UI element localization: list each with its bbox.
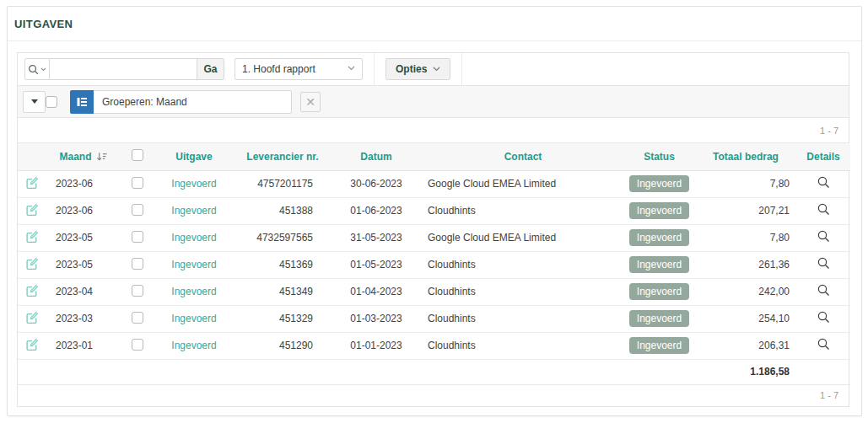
filters-pulldown-button[interactable] — [23, 91, 46, 113]
cell-maand: 2023-01 — [46, 332, 121, 359]
cell-maand: 2023-06 — [46, 197, 121, 224]
search-icon — [28, 64, 39, 75]
search-group: Ga — [24, 58, 224, 80]
uitgave-link[interactable]: Ingevoerd — [171, 313, 216, 324]
group-by-label: Groeperen: Maand — [94, 96, 196, 108]
expenses-table: Maand Uitgave Leverancier nr. Datum Cont… — [18, 143, 850, 385]
magnifier-icon — [817, 256, 831, 270]
search-column-button[interactable] — [24, 58, 50, 80]
group-by-pill[interactable]: Groeperen: Maand — [70, 90, 292, 114]
cell-datum: 01-03-2023 — [330, 305, 423, 332]
edit-row-button[interactable] — [25, 176, 39, 190]
cell-status: Ingevoerd — [623, 278, 695, 305]
group-by-enable-checkbox[interactable] — [46, 96, 57, 108]
uitgave-link[interactable]: Ingevoerd — [171, 286, 216, 297]
go-button[interactable]: Ga — [197, 58, 224, 80]
edit-row-button[interactable] — [25, 257, 39, 270]
region-header: UITGAVEN — [8, 7, 861, 41]
report-select[interactable]: 1. Hoofd rapport — [235, 58, 363, 80]
column-header-datum[interactable]: Datum — [330, 143, 423, 170]
cell-uitgave: Ingevoerd — [153, 305, 235, 332]
column-header-totaal[interactable]: Totaal bedrag — [695, 143, 796, 170]
column-header-details[interactable]: Details — [796, 143, 850, 170]
report-toolbar: Ga 1. Hoofd rapport Opties — [18, 53, 849, 85]
cell-uitgave: Ingevoerd — [153, 332, 235, 359]
remove-group-by-button[interactable]: ✕ — [300, 92, 321, 112]
details-button[interactable] — [817, 229, 831, 244]
pagination-bottom: 1 - 7 — [18, 385, 849, 406]
row-checkbox[interactable] — [132, 177, 143, 189]
column-header-contact[interactable]: Contact — [423, 143, 623, 170]
cell-select — [121, 224, 153, 251]
uitgave-link[interactable]: Ingevoerd — [171, 205, 216, 217]
edit-pencil-icon — [25, 230, 39, 244]
column-header-status[interactable]: Status — [623, 143, 695, 170]
magnifier-icon — [817, 310, 831, 324]
cell-uitgave: Ingevoerd — [153, 197, 235, 224]
cell-status: Ingevoerd — [623, 305, 695, 332]
cell-datum: 30-06-2023 — [330, 170, 423, 197]
table-row: 2023-04 Ingevoerd 451349 01-04-2023 Clou… — [18, 278, 850, 305]
cell-status: Ingevoerd — [623, 332, 695, 359]
cell-totaal: 206,31 — [695, 332, 796, 359]
cell-leverancier: 451369 — [235, 251, 330, 278]
status-badge: Ingevoerd — [629, 202, 689, 219]
cell-details — [796, 197, 850, 224]
row-checkbox[interactable] — [132, 204, 143, 216]
cell-select — [121, 197, 153, 224]
details-button[interactable] — [817, 310, 831, 324]
column-header-uitgave[interactable]: Uitgave — [153, 143, 235, 170]
options-button-label: Opties — [396, 63, 427, 75]
row-checkbox[interactable] — [132, 258, 143, 270]
cell-totaal: 7,80 — [695, 170, 796, 197]
row-checkbox[interactable] — [132, 231, 143, 243]
edit-pencil-icon — [25, 284, 39, 297]
total-cell-empty — [623, 359, 695, 384]
search-input[interactable] — [50, 58, 197, 80]
column-header-select-all[interactable] — [121, 143, 153, 170]
magnifier-icon — [817, 283, 831, 297]
cell-details — [796, 170, 850, 197]
cell-totaal: 242,00 — [695, 278, 796, 305]
select-all-checkbox[interactable] — [132, 149, 143, 161]
edit-row-button[interactable] — [25, 311, 39, 324]
cell-status: Ingevoerd — [623, 251, 695, 278]
row-edit-cell — [18, 278, 46, 305]
row-checkbox[interactable] — [132, 339, 143, 351]
details-button[interactable] — [817, 256, 831, 270]
details-button[interactable] — [817, 202, 831, 217]
cell-status: Ingevoerd — [623, 197, 695, 224]
cell-datum: 01-04-2023 — [330, 278, 423, 305]
cell-select — [121, 332, 153, 359]
triangle-down-icon — [31, 99, 38, 104]
edit-row-button[interactable] — [25, 230, 39, 244]
edit-row-button[interactable] — [25, 284, 39, 297]
edit-pencil-icon — [25, 257, 39, 270]
cell-leverancier: 451290 — [235, 332, 330, 359]
row-edit-cell — [18, 197, 46, 224]
uitgave-link[interactable]: Ingevoerd — [171, 259, 216, 270]
cell-details — [796, 224, 850, 251]
row-checkbox[interactable] — [132, 312, 143, 324]
cell-maand: 2023-06 — [46, 170, 121, 197]
table-header-row: Maand Uitgave Leverancier nr. Datum Cont… — [18, 143, 850, 170]
toolbar-separator — [461, 53, 462, 85]
report-select-wrap: 1. Hoofd rapport — [235, 58, 363, 80]
table-row: 2023-05 Ingevoerd 451369 01-05-2023 Clou… — [18, 251, 850, 278]
uitgave-link[interactable]: Ingevoerd — [171, 340, 216, 351]
uitgave-link[interactable]: Ingevoerd — [171, 232, 216, 244]
edit-row-button[interactable] — [25, 203, 39, 217]
details-button[interactable] — [817, 283, 831, 297]
edit-row-button[interactable] — [25, 338, 39, 351]
uitgave-link[interactable]: Ingevoerd — [171, 178, 216, 190]
table-row: 2023-05 Ingevoerd 4732597565 31-05-2023 … — [18, 224, 850, 251]
column-header-leverancier[interactable]: Leverancier nr. — [235, 143, 330, 170]
cell-totaal: 207,21 — [695, 197, 796, 224]
row-checkbox[interactable] — [132, 285, 143, 297]
column-header-maand[interactable]: Maand — [46, 143, 121, 170]
options-button[interactable]: Opties — [385, 58, 450, 80]
details-button[interactable] — [817, 175, 831, 190]
cell-datum: 01-06-2023 — [330, 197, 423, 224]
status-badge: Ingevoerd — [629, 229, 689, 246]
details-button[interactable] — [817, 337, 831, 351]
